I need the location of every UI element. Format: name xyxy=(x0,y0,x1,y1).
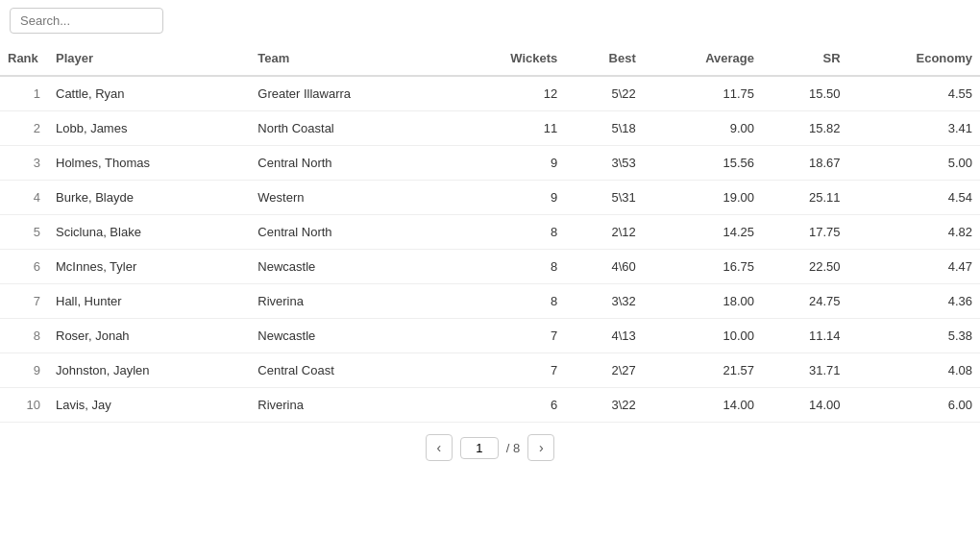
table-row: 8Roser, JonahNewcastle74\1310.0011.145.3… xyxy=(0,319,980,353)
cell-average: 14.00 xyxy=(644,388,762,423)
cell-best: 4\13 xyxy=(565,319,643,353)
table-row: 3Holmes, ThomasCentral North93\5315.5618… xyxy=(0,146,980,181)
col-best: Best xyxy=(565,41,643,76)
cell-rank: 5 xyxy=(0,215,48,250)
cell-rank: 8 xyxy=(0,319,48,353)
cell-economy: 4.36 xyxy=(848,284,980,319)
cell-wickets: 7 xyxy=(450,319,565,353)
page-total: / 8 xyxy=(506,441,520,455)
cell-average: 10.00 xyxy=(644,319,762,353)
cell-player: Holmes, Thomas xyxy=(48,146,250,181)
cell-wickets: 12 xyxy=(450,76,565,111)
table-row: 5Scicluna, BlakeCentral North82\1214.251… xyxy=(0,215,980,250)
cell-team: Newcastle xyxy=(250,319,450,353)
cell-best: 4\60 xyxy=(565,250,643,284)
cell-average: 9.00 xyxy=(644,111,762,146)
cell-player: Hall, Hunter xyxy=(48,284,250,319)
search-input[interactable] xyxy=(10,8,163,34)
table-row: 9Johnston, JaylenCentral Coast72\2721.57… xyxy=(0,353,980,388)
cell-sr: 25.11 xyxy=(762,181,848,215)
search-container xyxy=(0,0,980,41)
col-team: Team xyxy=(250,41,450,76)
cell-economy: 4.08 xyxy=(848,353,980,388)
cell-team: Central North xyxy=(250,146,450,181)
table-row: 7Hall, HunterRiverina83\3218.0024.754.36 xyxy=(0,284,980,319)
cell-economy: 4.47 xyxy=(848,250,980,284)
col-wickets: Wickets xyxy=(450,41,565,76)
cell-team: Greater Illawarra xyxy=(250,76,450,111)
cell-average: 19.00 xyxy=(644,181,762,215)
cell-wickets: 8 xyxy=(450,284,565,319)
cell-sr: 17.75 xyxy=(762,215,848,250)
cell-team: Central Coast xyxy=(250,353,450,388)
prev-page-button[interactable]: ‹ xyxy=(426,434,453,461)
cell-economy: 5.00 xyxy=(848,146,980,181)
cell-sr: 14.00 xyxy=(762,388,848,423)
cell-average: 11.75 xyxy=(644,76,762,111)
cell-team: Newcastle xyxy=(250,250,450,284)
stats-table: Rank Player Team Wickets Best Average SR… xyxy=(0,41,980,423)
cell-average: 21.57 xyxy=(644,353,762,388)
cell-player: McInnes, Tyler xyxy=(48,250,250,284)
cell-best: 3\22 xyxy=(565,388,643,423)
cell-player: Johnston, Jaylen xyxy=(48,353,250,388)
cell-economy: 5.38 xyxy=(848,319,980,353)
table-row: 6McInnes, TylerNewcastle84\6016.7522.504… xyxy=(0,250,980,284)
cell-average: 15.56 xyxy=(644,146,762,181)
cell-player: Burke, Blayde xyxy=(48,181,250,215)
cell-player: Scicluna, Blake xyxy=(48,215,250,250)
cell-economy: 6.00 xyxy=(848,388,980,423)
cell-player: Lobb, James xyxy=(48,111,250,146)
cell-best: 3\53 xyxy=(565,146,643,181)
cell-team: Central North xyxy=(250,215,450,250)
cell-rank: 3 xyxy=(0,146,48,181)
cell-wickets: 6 xyxy=(450,388,565,423)
cell-team: North Coastal xyxy=(250,111,450,146)
cell-average: 16.75 xyxy=(644,250,762,284)
cell-sr: 18.67 xyxy=(762,146,848,181)
cell-sr: 22.50 xyxy=(762,250,848,284)
cell-player: Roser, Jonah xyxy=(48,319,250,353)
cell-rank: 7 xyxy=(0,284,48,319)
cell-best: 5\18 xyxy=(565,111,643,146)
cell-team: Western xyxy=(250,181,450,215)
cell-rank: 2 xyxy=(0,111,48,146)
cell-economy: 4.82 xyxy=(848,215,980,250)
cell-economy: 3.41 xyxy=(848,111,980,146)
page-number-input[interactable] xyxy=(460,437,499,459)
table-row: 4Burke, BlaydeWestern95\3119.0025.114.54 xyxy=(0,181,980,215)
table-row: 2Lobb, JamesNorth Coastal115\189.0015.82… xyxy=(0,111,980,146)
cell-wickets: 8 xyxy=(450,215,565,250)
col-rank: Rank xyxy=(0,41,48,76)
cell-player: Lavis, Jay xyxy=(48,388,250,423)
cell-best: 2\12 xyxy=(565,215,643,250)
cell-sr: 11.14 xyxy=(762,319,848,353)
cell-economy: 4.54 xyxy=(848,181,980,215)
cell-sr: 15.82 xyxy=(762,111,848,146)
col-player: Player xyxy=(48,41,250,76)
cell-rank: 4 xyxy=(0,181,48,215)
cell-rank: 10 xyxy=(0,388,48,423)
cell-wickets: 7 xyxy=(450,353,565,388)
cell-sr: 15.50 xyxy=(762,76,848,111)
next-page-button[interactable]: › xyxy=(527,434,554,461)
cell-sr: 31.71 xyxy=(762,353,848,388)
cell-economy: 4.55 xyxy=(848,76,980,111)
cell-best: 5\31 xyxy=(565,181,643,215)
cell-average: 14.25 xyxy=(644,215,762,250)
table-row: 10Lavis, JayRiverina63\2214.0014.006.00 xyxy=(0,388,980,423)
cell-wickets: 9 xyxy=(450,181,565,215)
cell-rank: 1 xyxy=(0,76,48,111)
cell-player: Cattle, Ryan xyxy=(48,76,250,111)
cell-sr: 24.75 xyxy=(762,284,848,319)
table-body: 1Cattle, RyanGreater Illawarra125\2211.7… xyxy=(0,76,980,423)
col-economy: Economy xyxy=(848,41,980,76)
table-header-row: Rank Player Team Wickets Best Average SR… xyxy=(0,41,980,76)
cell-best: 5\22 xyxy=(565,76,643,111)
cell-best: 3\32 xyxy=(565,284,643,319)
cell-rank: 9 xyxy=(0,353,48,388)
cell-rank: 6 xyxy=(0,250,48,284)
col-average: Average xyxy=(644,41,762,76)
cell-average: 18.00 xyxy=(644,284,762,319)
pagination: ‹ / 8 › xyxy=(0,423,980,473)
